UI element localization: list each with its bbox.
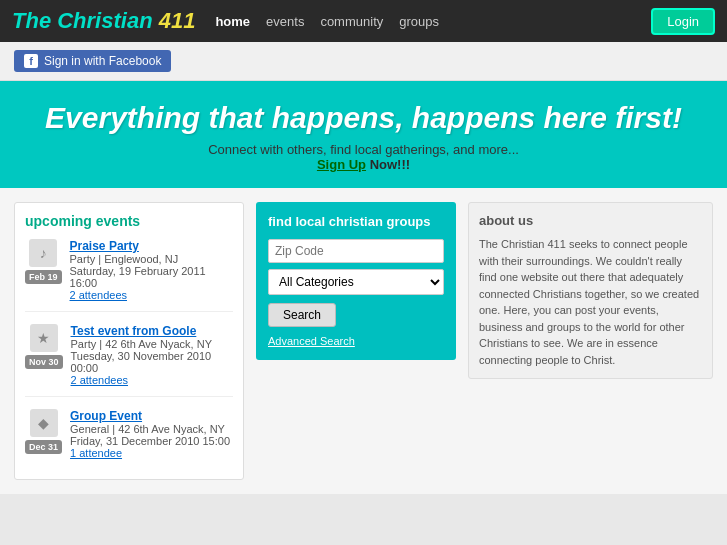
nav-groups[interactable]: groups	[399, 14, 439, 29]
event-details: Praise Party Party | Englewood, NJ Satur…	[70, 239, 233, 301]
category-select-wrap: All Categories	[268, 269, 444, 295]
hero-signup-suffix: Now!!!	[366, 157, 410, 172]
header: The Christian 411 home events community …	[0, 0, 727, 42]
advanced-search-link[interactable]: Advanced Search	[268, 335, 355, 347]
event-attendees[interactable]: 2 attendees	[70, 289, 233, 301]
event-attendees[interactable]: 2 attendees	[71, 374, 233, 386]
about-us-panel: about us The Christian 411 seeks to conn…	[468, 202, 713, 379]
login-button[interactable]: Login	[651, 8, 715, 35]
event-datetime: Tuesday, 30 November 2010 00:00	[71, 350, 233, 374]
about-us-heading: about us	[479, 213, 702, 228]
signup-link[interactable]: Sign Up	[317, 157, 366, 172]
hero-title: Everything that happens, happens here fi…	[14, 101, 713, 134]
event-datetime: Saturday, 19 February 2011 16:00	[70, 265, 233, 289]
event-date-badge: Nov 30	[25, 355, 63, 369]
event-date-badge: Dec 31	[25, 440, 62, 454]
find-groups-panel: find local christian groups All Categori…	[256, 202, 456, 360]
event-datetime: Friday, 31 December 2010 15:00	[70, 435, 233, 447]
facebook-signin-button[interactable]: f Sign in with Facebook	[14, 50, 171, 72]
facebook-bar: f Sign in with Facebook	[0, 42, 727, 81]
facebook-icon: f	[24, 54, 38, 68]
main-content: upcoming events ♪ Feb 19 Praise Party Pa…	[0, 188, 727, 494]
event-name[interactable]: Group Event	[70, 409, 233, 423]
event-details: Group Event General | 42 6th Ave Nyack, …	[70, 409, 233, 459]
event-item: ★ Nov 30 Test event from Goole Party | 4…	[25, 324, 233, 397]
event-details: Test event from Goole Party | 42 6th Ave…	[71, 324, 233, 386]
event-type: Party | Englewood, NJ	[70, 253, 233, 265]
search-button[interactable]: Search	[268, 303, 336, 327]
event-type: General | 42 6th Ave Nyack, NY	[70, 423, 233, 435]
find-groups-heading: find local christian groups	[268, 214, 444, 229]
event-date-badge: Feb 19	[25, 270, 62, 284]
event-attendees[interactable]: 1 attendee	[70, 447, 233, 459]
event-icon: ◆	[30, 409, 58, 437]
event-item: ◆ Dec 31 Group Event General | 42 6th Av…	[25, 409, 233, 469]
event-type: Party | 42 6th Ave Nyack, NY	[71, 338, 233, 350]
main-nav: home events community groups	[215, 14, 651, 29]
nav-events[interactable]: events	[266, 14, 304, 29]
site-title-number: 411	[159, 8, 196, 33]
event-icon: ★	[30, 324, 58, 352]
upcoming-events-panel: upcoming events ♪ Feb 19 Praise Party Pa…	[14, 202, 244, 480]
zip-code-input[interactable]	[268, 239, 444, 263]
event-item: ♪ Feb 19 Praise Party Party | Englewood,…	[25, 239, 233, 312]
site-title: The Christian 411	[12, 8, 195, 34]
nav-community[interactable]: community	[320, 14, 383, 29]
site-title-prefix: The Christian	[12, 8, 159, 33]
category-select[interactable]: All Categories	[268, 269, 444, 295]
facebook-signin-label: Sign in with Facebook	[44, 54, 161, 68]
upcoming-events-heading: upcoming events	[25, 213, 233, 229]
nav-home[interactable]: home	[215, 14, 250, 29]
hero-section: Everything that happens, happens here fi…	[0, 81, 727, 188]
hero-signup: Sign Up Now!!!	[14, 157, 713, 172]
event-icon: ♪	[29, 239, 57, 267]
hero-subtitle: Connect with others, find local gatherin…	[14, 142, 713, 157]
event-name[interactable]: Test event from Goole	[71, 324, 233, 338]
about-us-text: The Christian 411 seeks to connect peopl…	[479, 236, 702, 368]
event-name[interactable]: Praise Party	[70, 239, 233, 253]
